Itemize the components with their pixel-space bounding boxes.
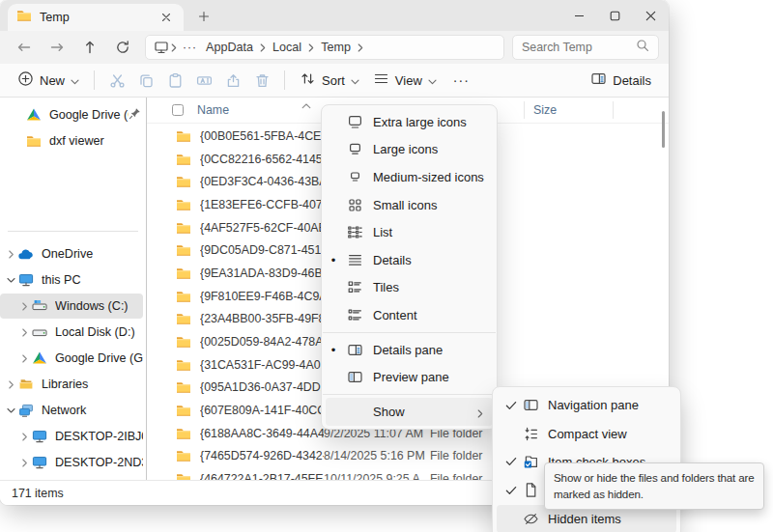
libraries-icon <box>17 378 34 391</box>
folder-icon <box>176 289 192 304</box>
view-menu-item-small-icons[interactable]: Small icons <box>326 191 493 219</box>
delete-icon[interactable] <box>247 68 276 93</box>
breadcrumb-overflow-button[interactable]: ··· <box>179 41 201 54</box>
column-divider[interactable] <box>524 101 525 119</box>
preview-pane-icon <box>347 369 363 385</box>
folder-icon <box>176 197 192 212</box>
selected-bullet: • <box>326 253 341 267</box>
folder-icon <box>176 220 192 236</box>
chevron-right-icon[interactable] <box>17 302 31 311</box>
chevron-right-icon[interactable] <box>17 328 31 337</box>
view-menu-item-details-pane[interactable]: •Details pane <box>326 336 493 364</box>
chevron-right-icon[interactable] <box>4 380 17 389</box>
windows-drive-icon <box>31 299 47 313</box>
explorer-tab[interactable]: Temp <box>8 4 184 31</box>
sidebar-item-desktop-2nd3b9[interactable]: DESKTOP-2ND3B9 <box>0 450 143 475</box>
folder-icon <box>176 357 192 373</box>
show-submenu-item-navigation-pane[interactable]: Navigation pane <box>497 391 676 419</box>
folder-icon <box>176 334 192 350</box>
forward-button[interactable] <box>41 35 73 60</box>
sidebar-item-windows-c[interactable]: Windows (C:) <box>0 294 143 319</box>
show-submenu-item-compact-view[interactable]: Compact view <box>497 419 676 447</box>
select-all-checkbox[interactable] <box>172 104 184 116</box>
tiles-view-icon <box>347 279 363 295</box>
breadcrumb-segment[interactable]: Temp <box>316 39 356 56</box>
paste-icon[interactable] <box>160 68 189 93</box>
view-menu-item-medium-sized-icons[interactable]: Medium-sized icons <box>326 163 493 191</box>
chevron-down-icon[interactable] <box>4 276 17 285</box>
minimize-button[interactable] <box>561 0 597 31</box>
chevron-right-icon[interactable] <box>17 459 31 467</box>
sidebar-item-dxf-viewer[interactable]: dxf viewer <box>0 128 143 154</box>
check-icon <box>501 457 522 466</box>
view-menu-item-preview-pane[interactable]: Preview pane <box>326 363 493 391</box>
close-button[interactable] <box>633 0 669 31</box>
chevron-right-icon[interactable] <box>4 250 17 259</box>
chevron-right-icon[interactable] <box>17 433 31 441</box>
copy-icon[interactable] <box>131 68 160 93</box>
view-menu-item-show[interactable]: Show <box>326 398 493 426</box>
sidebar-item-network[interactable]: Network <box>0 398 143 423</box>
sidebar-item-desktop-2ibj00n[interactable]: DESKTOP-2IBJ00N <box>0 424 143 449</box>
refresh-button[interactable] <box>106 35 139 60</box>
details-pane-icon <box>347 342 363 358</box>
sort-button[interactable]: Sort <box>293 67 366 94</box>
drive-icon <box>31 325 47 339</box>
check-icon <box>501 401 522 410</box>
medium-icons-icon <box>347 169 363 185</box>
sort-icon <box>300 70 316 90</box>
search-input[interactable]: Search Temp <box>512 35 659 60</box>
pin-icon <box>129 107 141 123</box>
cut-icon[interactable] <box>102 68 131 93</box>
sidebar-item-local-disk-d[interactable]: Local Disk (D:) <box>0 320 143 345</box>
folder-icon <box>25 133 42 149</box>
column-header-size[interactable]: Size <box>533 103 557 117</box>
maximize-button[interactable] <box>597 0 633 31</box>
clipboard-buttons <box>102 68 276 93</box>
chevron-down-icon[interactable] <box>4 406 17 415</box>
vertical-scrollbar[interactable] <box>662 111 665 148</box>
details-pane-icon <box>590 70 607 90</box>
sidebar-item-google-drive-g[interactable]: Google Drive (G: <box>0 102 143 127</box>
view-menu-item-content[interactable]: Content <box>326 301 493 329</box>
this-pc-icon[interactable] <box>154 40 169 55</box>
column-divider[interactable] <box>613 101 614 119</box>
view-menu-item-large-icons[interactable]: Large icons <box>326 136 493 164</box>
google-drive-icon <box>25 107 42 123</box>
titlebar: Temp <box>0 0 669 31</box>
sidebar-item-google-drive-g[interactable]: Google Drive (G:) <box>0 346 143 371</box>
details-pane-button[interactable]: Details <box>584 67 658 94</box>
breadcrumb-segment[interactable]: AppData <box>201 39 258 56</box>
see-more-button[interactable]: ··· <box>444 72 479 88</box>
large-icons-icon <box>347 141 363 157</box>
content-view-icon <box>347 307 363 323</box>
compact-view-icon <box>522 426 539 442</box>
folder-icon <box>176 174 192 189</box>
chevron-right-icon[interactable] <box>17 354 31 363</box>
sidebar-item-libraries[interactable]: Libraries <box>0 372 143 397</box>
back-button[interactable] <box>8 35 41 60</box>
show-submenu: Navigation paneCompact viewItem check bo… <box>492 386 681 532</box>
view-menu-item-details[interactable]: •Details <box>326 246 493 274</box>
breadcrumb[interactable]: ···AppDataLocalTemp <box>145 35 504 60</box>
rename-icon[interactable] <box>189 68 218 93</box>
view-menu-item-extra-large-icons[interactable]: Extra large icons <box>326 108 493 136</box>
up-button[interactable] <box>73 35 106 60</box>
view-menu-item-list[interactable]: List <box>326 218 493 246</box>
sidebar-item-this-pc[interactable]: this PC <box>0 267 143 293</box>
sidebar-item-onedrive[interactable]: OneDrive <box>0 241 143 266</box>
view-menu-item-tiles[interactable]: Tiles <box>326 274 493 302</box>
folder-icon <box>176 242 192 258</box>
new-button[interactable]: New <box>11 67 86 94</box>
tab-close-icon[interactable] <box>157 9 175 26</box>
view-button[interactable]: View <box>366 67 444 94</box>
new-tab-button[interactable] <box>193 7 215 26</box>
remote-pc-icon <box>31 430 47 443</box>
share-icon[interactable] <box>218 68 247 93</box>
submenu-chevron-icon <box>477 406 483 421</box>
breadcrumb-segment[interactable]: Local <box>268 39 306 56</box>
folder-icon <box>176 426 192 441</box>
column-header-name[interactable]: Name <box>197 103 229 117</box>
navigation-pane-icon <box>522 397 539 413</box>
google-drive-icon <box>31 350 47 366</box>
